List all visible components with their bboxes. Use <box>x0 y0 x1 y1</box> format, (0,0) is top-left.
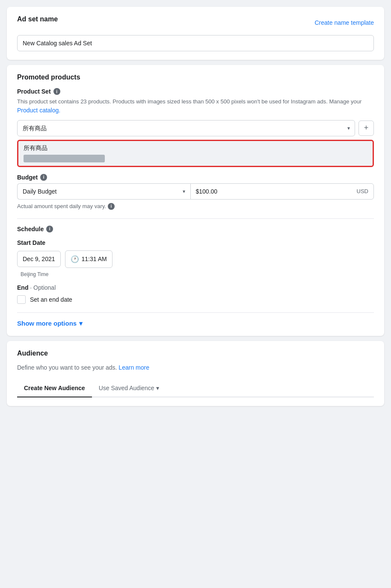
promoted-products-title: Promoted products <box>17 74 374 81</box>
learn-more-link[interactable]: Learn more <box>118 364 149 371</box>
schedule-info-icon[interactable]: i <box>46 226 53 232</box>
budget-info-icon[interactable]: i <box>40 174 47 181</box>
ad-set-name-card: Ad set name Create name template <box>7 7 384 60</box>
timezone-label: Beijing Time <box>21 271 48 277</box>
use-saved-chevron-icon: ▾ <box>156 385 159 391</box>
show-more-chevron-icon: ▾ <box>79 320 83 327</box>
product-catalog-link[interactable]: Product catalog. <box>17 107 60 114</box>
end-date-checkbox[interactable] <box>17 295 26 304</box>
budget-amount-input[interactable] <box>196 188 353 195</box>
end-date-checkbox-label: Set an end date <box>30 296 72 303</box>
start-date-row: Dec 9, 2021 🕐 11:31 AM <box>17 250 374 268</box>
ad-set-name-label: Ad set name <box>17 15 58 23</box>
dropdown-item[interactable]: 所有商品 <box>24 144 367 162</box>
product-set-label: Product Set i <box>17 88 374 95</box>
start-date-label: Start Date <box>17 239 374 246</box>
product-set-select[interactable]: 所有商品 <box>17 120 355 136</box>
divider-budget-schedule <box>17 218 374 219</box>
end-date-label: End · Optional <box>17 284 374 291</box>
start-time-input[interactable]: 🕐 11:31 AM <box>65 250 113 268</box>
add-product-set-button[interactable]: + <box>358 121 374 136</box>
budget-label: Budget i <box>17 174 374 181</box>
end-date-checkbox-row: Set an end date <box>17 295 374 304</box>
divider-schedule-more <box>17 312 374 313</box>
budget-note-info-icon[interactable]: i <box>108 203 115 210</box>
start-date-input[interactable]: Dec 9, 2021 <box>17 251 61 267</box>
ad-set-name-input[interactable] <box>17 35 374 51</box>
create-name-template-link[interactable]: Create name template <box>314 19 374 26</box>
product-set-info-icon[interactable]: i <box>53 88 60 95</box>
currency-label: USD <box>357 188 368 194</box>
plus-icon: + <box>364 123 369 132</box>
budget-row: Daily Budget ▾ USD <box>17 183 374 200</box>
audience-title: Audience <box>17 350 374 357</box>
product-set-select-wrapper: 所有商品 ▾ <box>17 120 355 136</box>
ad-set-name-header: Ad set name Create name template <box>17 15 374 30</box>
promoted-products-card: Promoted products Product Set i This pro… <box>7 65 384 336</box>
tab-use-saved-audience[interactable]: Use Saved Audience ▾ <box>92 379 166 397</box>
audience-tab-row: Create New Audience Use Saved Audience ▾ <box>17 379 374 397</box>
budget-note: Actual amount spent daily may vary. i <box>17 203 374 210</box>
end-date-section: End · Optional Set an end date <box>17 284 374 304</box>
schedule-label: Schedule i <box>17 226 374 232</box>
product-set-description: This product set contains 23 products. P… <box>17 97 374 115</box>
audience-description: Define who you want to see your ads. Lea… <box>17 364 374 371</box>
dropdown-item-title: 所有商品 <box>24 144 367 152</box>
clock-icon: 🕐 <box>71 255 79 263</box>
product-set-row: 所有商品 ▾ + <box>17 120 374 136</box>
budget-type-select[interactable]: Daily Budget <box>18 184 190 199</box>
budget-type-wrapper: Daily Budget ▾ <box>17 183 190 200</box>
audience-card: Audience Define who you want to see your… <box>7 341 384 406</box>
tab-create-new-audience[interactable]: Create New Audience <box>17 379 92 397</box>
dropdown-item-bar <box>24 155 105 162</box>
budget-amount-wrapper: USD <box>190 183 374 200</box>
product-set-dropdown-popup: 所有商品 <box>17 140 374 167</box>
show-more-options-link[interactable]: Show more options ▾ <box>17 320 374 327</box>
